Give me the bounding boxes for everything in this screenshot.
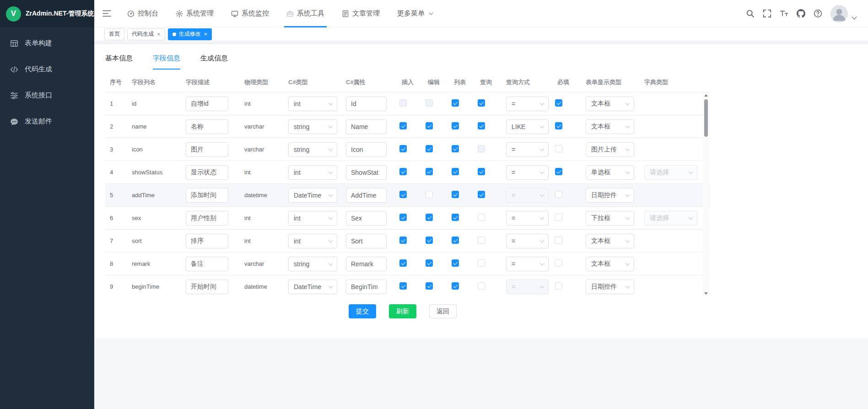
csharp-type-select[interactable]: int (288, 97, 337, 111)
edit-checkbox[interactable] (426, 145, 433, 152)
required-checkbox[interactable] (555, 191, 562, 198)
csharp-property-input[interactable] (346, 142, 387, 157)
csharp-property-input[interactable] (346, 165, 387, 180)
edit-checkbox[interactable] (426, 259, 433, 267)
description-input[interactable] (186, 97, 228, 111)
display-type-select[interactable]: 日期控件 (586, 188, 634, 203)
edit-checkbox[interactable] (426, 282, 433, 290)
query-checkbox[interactable] (478, 145, 485, 152)
csharp-type-select[interactable]: string (288, 257, 337, 271)
query-checkbox[interactable] (478, 122, 485, 129)
insert-checkbox[interactable] (399, 259, 407, 267)
sidebar-item-system-api[interactable]: 系统接口 (0, 82, 94, 108)
description-input[interactable] (186, 165, 228, 180)
csharp-type-select[interactable]: DateTime (288, 280, 337, 294)
description-input[interactable] (186, 142, 228, 157)
csharp-property-input[interactable] (346, 188, 387, 203)
description-input[interactable] (186, 188, 228, 203)
query-mode-select[interactable]: = (506, 234, 549, 248)
display-type-select[interactable]: 图片上传 (586, 142, 634, 157)
edit-checkbox[interactable] (426, 99, 433, 107)
csharp-type-select[interactable]: int (288, 234, 337, 248)
list-checkbox[interactable] (452, 237, 459, 244)
query-mode-select[interactable]: = (506, 188, 549, 203)
app-logo[interactable]: V ZrAdmin.NET-管理系统 (0, 0, 94, 27)
chevron-down-icon[interactable] (852, 14, 857, 19)
edit-checkbox[interactable] (426, 237, 433, 244)
sidebar-toggle-button[interactable] (102, 10, 111, 17)
insert-checkbox[interactable] (399, 237, 407, 244)
query-mode-select[interactable]: = (506, 257, 549, 271)
edit-checkbox[interactable] (426, 191, 433, 198)
search-button[interactable] (746, 9, 755, 18)
list-checkbox[interactable] (452, 168, 459, 175)
description-input[interactable] (186, 119, 228, 134)
sidebar-item-form-build[interactable]: 表单构建 (0, 30, 94, 56)
description-input[interactable] (186, 257, 228, 271)
sidebar-item-code-gen[interactable]: 代码生成 (0, 56, 94, 82)
csharp-property-input[interactable] (346, 97, 387, 111)
required-checkbox[interactable] (555, 145, 562, 152)
tab-basic-info[interactable]: 基本信息 (105, 54, 133, 70)
query-checkbox[interactable] (478, 259, 485, 267)
user-avatar[interactable] (830, 5, 848, 22)
display-type-select[interactable]: 日期控件 (586, 280, 634, 294)
nav-item-dashboard[interactable]: 控制台 (119, 0, 167, 27)
nav-item-system-manage[interactable]: 系统管理 (167, 0, 222, 27)
tab-generate-info[interactable]: 生成信息 (200, 54, 228, 70)
table-scrollbar[interactable] (703, 92, 709, 296)
insert-checkbox[interactable] (399, 145, 407, 152)
submit-button[interactable]: 提交 (349, 304, 376, 318)
sidebar-item-send-mail[interactable]: 发送邮件 (0, 108, 94, 135)
tag-code-gen[interactable]: 代码生成 × (127, 28, 165, 40)
query-checkbox[interactable] (478, 214, 485, 221)
back-button[interactable]: 返回 (429, 304, 457, 318)
insert-checkbox[interactable] (399, 99, 407, 107)
dict-type-select[interactable]: 请选择 (644, 211, 697, 226)
required-checkbox[interactable] (555, 259, 562, 267)
query-checkbox[interactable] (478, 168, 485, 175)
csharp-property-input[interactable] (346, 234, 387, 248)
edit-checkbox[interactable] (426, 168, 433, 175)
required-checkbox[interactable] (555, 237, 562, 244)
csharp-property-input[interactable] (346, 211, 387, 226)
description-input[interactable] (186, 234, 228, 248)
required-checkbox[interactable] (555, 282, 562, 290)
csharp-type-select[interactable]: int (288, 165, 337, 180)
query-mode-select[interactable]: = (506, 165, 549, 180)
scroll-down-button[interactable] (703, 291, 709, 296)
csharp-property-input[interactable] (346, 119, 387, 134)
scrollbar-track[interactable] (703, 98, 709, 291)
insert-checkbox[interactable] (399, 191, 407, 198)
display-type-select[interactable]: 文本框 (586, 97, 634, 111)
list-checkbox[interactable] (452, 145, 459, 152)
csharp-type-select[interactable]: string (288, 142, 337, 157)
query-checkbox[interactable] (478, 191, 485, 198)
scrollbar-thumb[interactable] (704, 99, 708, 137)
description-input[interactable] (186, 280, 228, 294)
list-checkbox[interactable] (452, 122, 459, 129)
csharp-property-input[interactable] (346, 280, 387, 294)
list-checkbox[interactable] (452, 99, 459, 107)
font-size-button[interactable] (780, 9, 788, 18)
csharp-type-select[interactable]: string (288, 119, 337, 134)
query-checkbox[interactable] (478, 282, 485, 290)
csharp-type-select[interactable]: DateTime (288, 188, 337, 203)
required-checkbox[interactable] (555, 122, 562, 129)
nav-item-article-manage[interactable]: 文章管理 (333, 0, 388, 27)
query-checkbox[interactable] (478, 99, 485, 107)
help-button[interactable] (814, 9, 822, 18)
insert-checkbox[interactable] (399, 214, 407, 221)
query-mode-select[interactable]: = (506, 280, 549, 294)
csharp-type-select[interactable]: int (288, 211, 337, 226)
edit-checkbox[interactable] (426, 122, 433, 129)
dict-type-select[interactable]: 请选择 (644, 165, 697, 180)
tag-home[interactable]: 首页 (104, 28, 124, 40)
tag-gen-edit[interactable]: 生成修改 × (168, 28, 212, 40)
nav-item-system-monitor[interactable]: 系统监控 (222, 0, 278, 27)
required-checkbox[interactable] (555, 214, 562, 221)
close-icon[interactable]: × (157, 31, 161, 37)
query-checkbox[interactable] (478, 237, 485, 244)
query-mode-select[interactable]: = (506, 211, 549, 226)
nav-item-system-tools[interactable]: 系统工具 (278, 0, 333, 27)
